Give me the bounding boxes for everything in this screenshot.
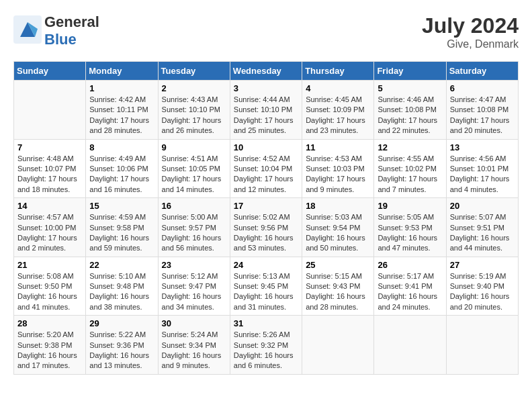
day-detail: Sunrise: 5:17 AMSunset: 9:41 PMDaylight:… xyxy=(378,271,442,313)
calendar-week-row: 14Sunrise: 4:57 AMSunset: 10:00 PMDaylig… xyxy=(14,198,519,257)
day-number: 8 xyxy=(89,142,154,152)
day-number: 22 xyxy=(89,260,154,270)
day-number: 21 xyxy=(17,260,82,270)
calendar-cell xyxy=(374,316,446,375)
calendar-cell: 20Sunrise: 5:07 AMSunset: 9:51 PMDayligh… xyxy=(446,198,518,257)
day-detail: Sunrise: 5:22 AMSunset: 9:36 PMDaylight:… xyxy=(89,330,154,371)
day-detail: Sunrise: 4:48 AMSunset: 10:07 PMDaylight… xyxy=(17,154,82,195)
day-detail: Sunrise: 4:46 AMSunset: 10:08 PMDaylight… xyxy=(378,95,442,136)
calendar-cell: 27Sunrise: 5:19 AMSunset: 9:40 PMDayligh… xyxy=(446,257,518,316)
day-detail: Sunrise: 4:44 AMSunset: 10:10 PMDaylight… xyxy=(234,95,298,136)
calendar-cell: 8Sunrise: 4:49 AMSunset: 10:06 PMDayligh… xyxy=(86,139,158,198)
calendar-cell: 18Sunrise: 5:03 AMSunset: 9:54 PMDayligh… xyxy=(302,198,374,257)
col-thursday: Thursday xyxy=(302,62,374,81)
day-detail: Sunrise: 4:57 AMSunset: 10:00 PMDaylight… xyxy=(17,212,82,254)
day-number: 30 xyxy=(162,318,226,328)
calendar-cell: 4Sunrise: 4:45 AMSunset: 10:09 PMDayligh… xyxy=(302,81,374,140)
calendar-week-row: 1Sunrise: 4:42 AMSunset: 10:11 PMDayligh… xyxy=(14,81,519,140)
day-detail: Sunrise: 5:08 AMSunset: 9:50 PMDaylight:… xyxy=(17,271,82,313)
calendar-cell: 1Sunrise: 4:42 AMSunset: 10:11 PMDayligh… xyxy=(86,81,158,140)
calendar-header-row: Sunday Monday Tuesday Wednesday Thursday… xyxy=(14,62,519,81)
day-detail: Sunrise: 5:05 AMSunset: 9:53 PMDaylight:… xyxy=(378,212,442,254)
day-detail: Sunrise: 5:19 AMSunset: 9:40 PMDaylight:… xyxy=(450,271,515,313)
day-number: 7 xyxy=(17,142,82,152)
location-subtitle: Give, Denmark xyxy=(422,38,519,50)
calendar-week-row: 21Sunrise: 5:08 AMSunset: 9:50 PMDayligh… xyxy=(14,257,519,316)
day-detail: Sunrise: 5:26 AMSunset: 9:32 PMDaylight:… xyxy=(234,330,298,371)
calendar-cell: 29Sunrise: 5:22 AMSunset: 9:36 PMDayligh… xyxy=(86,316,158,375)
day-detail: Sunrise: 5:12 AMSunset: 9:47 PMDaylight:… xyxy=(162,271,226,313)
day-number: 13 xyxy=(450,142,515,152)
calendar-cell: 31Sunrise: 5:26 AMSunset: 9:32 PMDayligh… xyxy=(230,316,302,375)
calendar-cell xyxy=(302,316,374,375)
calendar-cell: 14Sunrise: 4:57 AMSunset: 10:00 PMDaylig… xyxy=(14,198,86,257)
logo-blue-text: Blue xyxy=(44,31,77,48)
calendar-cell: 24Sunrise: 5:13 AMSunset: 9:45 PMDayligh… xyxy=(230,257,302,316)
day-detail: Sunrise: 4:42 AMSunset: 10:11 PMDaylight… xyxy=(89,95,154,136)
day-detail: Sunrise: 5:03 AMSunset: 9:54 PMDaylight:… xyxy=(306,212,370,254)
day-number: 4 xyxy=(306,83,370,93)
calendar-cell: 3Sunrise: 4:44 AMSunset: 10:10 PMDayligh… xyxy=(230,81,302,140)
col-sunday: Sunday xyxy=(14,62,86,81)
logo: General Blue xyxy=(13,13,99,48)
calendar-cell: 22Sunrise: 5:10 AMSunset: 9:48 PMDayligh… xyxy=(86,257,158,316)
day-number: 24 xyxy=(234,260,298,270)
calendar-cell: 23Sunrise: 5:12 AMSunset: 9:47 PMDayligh… xyxy=(158,257,230,316)
day-number: 16 xyxy=(162,201,226,211)
calendar-cell: 21Sunrise: 5:08 AMSunset: 9:50 PMDayligh… xyxy=(14,257,86,316)
calendar-cell: 15Sunrise: 4:59 AMSunset: 9:58 PMDayligh… xyxy=(86,198,158,257)
day-number: 15 xyxy=(89,201,154,211)
month-year-title: July 2024 xyxy=(422,13,519,38)
day-number: 19 xyxy=(378,201,442,211)
day-number: 1 xyxy=(89,83,154,93)
day-detail: Sunrise: 5:02 AMSunset: 9:56 PMDaylight:… xyxy=(234,212,298,254)
day-number: 17 xyxy=(234,201,298,211)
calendar-week-row: 28Sunrise: 5:20 AMSunset: 9:38 PMDayligh… xyxy=(14,316,519,375)
calendar-cell: 16Sunrise: 5:00 AMSunset: 9:57 PMDayligh… xyxy=(158,198,230,257)
calendar-week-row: 7Sunrise: 4:48 AMSunset: 10:07 PMDayligh… xyxy=(14,139,519,198)
day-number: 9 xyxy=(162,142,226,152)
day-detail: Sunrise: 4:51 AMSunset: 10:05 PMDaylight… xyxy=(162,154,226,195)
day-detail: Sunrise: 4:52 AMSunset: 10:04 PMDaylight… xyxy=(234,154,298,195)
day-number: 28 xyxy=(17,318,82,328)
calendar-cell: 7Sunrise: 4:48 AMSunset: 10:07 PMDayligh… xyxy=(14,139,86,198)
day-number: 25 xyxy=(306,260,370,270)
day-detail: Sunrise: 4:49 AMSunset: 10:06 PMDaylight… xyxy=(89,154,154,195)
page-header: General Blue July 2024 Give, Denmark xyxy=(13,13,519,50)
day-detail: Sunrise: 5:00 AMSunset: 9:57 PMDaylight:… xyxy=(162,212,226,254)
day-detail: Sunrise: 5:24 AMSunset: 9:34 PMDaylight:… xyxy=(162,330,226,371)
calendar-cell xyxy=(446,316,518,375)
day-detail: Sunrise: 4:43 AMSunset: 10:10 PMDaylight… xyxy=(162,95,226,136)
day-detail: Sunrise: 4:53 AMSunset: 10:03 PMDaylight… xyxy=(306,154,370,195)
calendar-cell: 9Sunrise: 4:51 AMSunset: 10:05 PMDayligh… xyxy=(158,139,230,198)
calendar-cell: 28Sunrise: 5:20 AMSunset: 9:38 PMDayligh… xyxy=(14,316,86,375)
logo-general-text: General xyxy=(44,13,99,30)
day-detail: Sunrise: 4:56 AMSunset: 10:01 PMDaylight… xyxy=(450,154,515,195)
day-number: 23 xyxy=(162,260,226,270)
calendar-cell: 25Sunrise: 5:15 AMSunset: 9:43 PMDayligh… xyxy=(302,257,374,316)
calendar-cell: 30Sunrise: 5:24 AMSunset: 9:34 PMDayligh… xyxy=(158,316,230,375)
logo-icon xyxy=(13,15,42,44)
day-detail: Sunrise: 5:15 AMSunset: 9:43 PMDaylight:… xyxy=(306,271,370,313)
day-number: 26 xyxy=(378,260,442,270)
day-detail: Sunrise: 5:13 AMSunset: 9:45 PMDaylight:… xyxy=(234,271,298,313)
calendar-cell: 6Sunrise: 4:47 AMSunset: 10:08 PMDayligh… xyxy=(446,81,518,140)
col-saturday: Saturday xyxy=(446,62,518,81)
calendar-cell: 10Sunrise: 4:52 AMSunset: 10:04 PMDaylig… xyxy=(230,139,302,198)
day-detail: Sunrise: 5:20 AMSunset: 9:38 PMDaylight:… xyxy=(17,330,82,371)
calendar-cell: 26Sunrise: 5:17 AMSunset: 9:41 PMDayligh… xyxy=(374,257,446,316)
day-detail: Sunrise: 4:59 AMSunset: 9:58 PMDaylight:… xyxy=(89,212,154,254)
title-block: July 2024 Give, Denmark xyxy=(422,13,519,50)
calendar-cell: 19Sunrise: 5:05 AMSunset: 9:53 PMDayligh… xyxy=(374,198,446,257)
day-detail: Sunrise: 4:47 AMSunset: 10:08 PMDaylight… xyxy=(450,95,515,136)
day-detail: Sunrise: 4:55 AMSunset: 10:02 PMDaylight… xyxy=(378,154,442,195)
day-number: 31 xyxy=(234,318,298,328)
calendar-table: Sunday Monday Tuesday Wednesday Thursday… xyxy=(13,61,519,375)
col-wednesday: Wednesday xyxy=(230,62,302,81)
calendar-cell xyxy=(14,81,86,140)
calendar-cell: 13Sunrise: 4:56 AMSunset: 10:01 PMDaylig… xyxy=(446,139,518,198)
day-number: 5 xyxy=(378,83,442,93)
day-number: 20 xyxy=(450,201,515,211)
day-number: 14 xyxy=(17,201,82,211)
calendar-cell: 5Sunrise: 4:46 AMSunset: 10:08 PMDayligh… xyxy=(374,81,446,140)
